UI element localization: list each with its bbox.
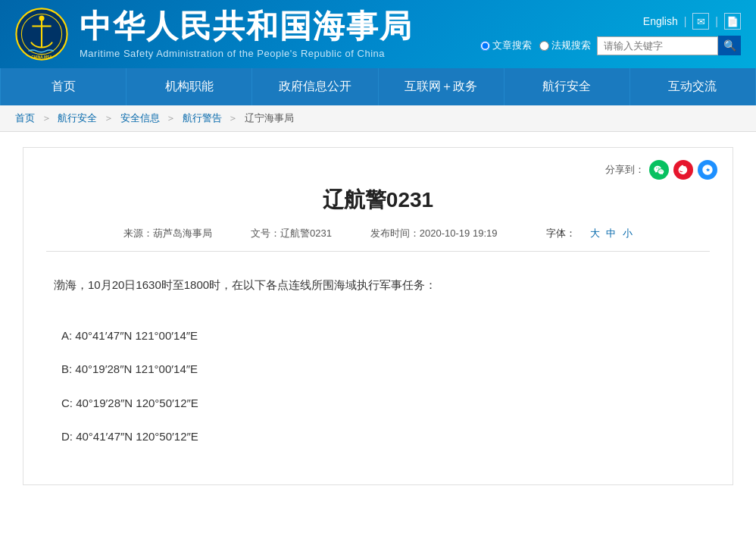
share-qzone[interactable] — [698, 160, 717, 180]
nav-interaction[interactable]: 互动交流 — [630, 68, 756, 105]
nav-gov-info[interactable]: 政府信息公开 — [252, 68, 378, 105]
article-intro: 渤海，10月20日1630时至1800时，在以下各点连线所围海域执行军事任务： — [46, 274, 710, 296]
title-english: Maritime Safety Administration of the Pe… — [80, 48, 413, 59]
share-area: 分享到： — [605, 160, 717, 180]
meta-separator-1 — [230, 227, 236, 239]
header-links: English | ✉ | 📄 — [643, 13, 741, 30]
breadcrumb: 首页 ＞ 航行安全 ＞ 安全信息 ＞ 航行警告 ＞ 辽宁海事局 — [0, 105, 756, 132]
nav-navigation-safety[interactable]: 航行安全 — [505, 68, 630, 105]
breadcrumb-home[interactable]: 首页 — [15, 112, 35, 124]
main-content: 分享到： 辽航警0231 来源：葫芦岛海事局 文号：辽航警0231 发布时间：2… — [0, 132, 756, 500]
coord-b: B: 40°19′28″N 121°00′14″E — [61, 353, 695, 387]
breadcrumb-nav-safety[interactable]: 航行安全 — [58, 112, 97, 124]
breadcrumb-sep-4: ＞ — [228, 112, 238, 124]
font-size-control: 字体： 大 中 小 — [539, 227, 633, 239]
doc-icon[interactable]: 📄 — [724, 13, 741, 30]
breadcrumb-current: 辽宁海事局 — [245, 112, 294, 124]
radio-law[interactable]: 法规搜索 — [539, 39, 591, 52]
nav-organization[interactable]: 机构职能 — [127, 68, 252, 105]
meta-separator-2 — [350, 227, 355, 239]
logo-area: CHINA MSA 中华人民共和国海事局 Maritime Safety Adm… — [15, 8, 413, 61]
breadcrumb-sep-2: ＞ — [104, 112, 114, 124]
intro-text: 渤海，10月20日1630时至1800时，在以下各点连线所围海域执行军事任务： — [54, 274, 702, 296]
breadcrumb-sep-3: ＞ — [166, 112, 176, 124]
svg-text:CHINA MSA: CHINA MSA — [31, 55, 52, 59]
article-meta: 来源：葫芦岛海事局 文号：辽航警0231 发布时间：2020-10-19 19:… — [46, 227, 710, 252]
radio-article[interactable]: 文章搜索 — [480, 39, 532, 52]
separator-1: | — [684, 15, 687, 27]
logo-emblem: CHINA MSA — [15, 8, 68, 61]
nav-internet-gov[interactable]: 互联网＋政务 — [379, 68, 505, 105]
breadcrumb-safety-info[interactable]: 安全信息 — [120, 112, 160, 124]
header-title: 中华人民共和国海事局 Maritime Safety Administratio… — [80, 9, 413, 58]
page-header: CHINA MSA 中华人民共和国海事局 Maritime Safety Adm… — [0, 0, 756, 68]
font-small[interactable]: 小 — [623, 227, 633, 239]
article-title: 辽航警0231 — [46, 186, 710, 215]
header-right: English | ✉ | 📄 文章搜索 法规搜索 🔍 — [480, 13, 741, 55]
font-medium[interactable]: 中 — [606, 227, 616, 239]
share-weibo[interactable] — [673, 160, 693, 180]
share-label: 分享到： — [605, 163, 645, 177]
meta-time: 发布时间：2020-10-19 19:19 — [370, 227, 498, 239]
breadcrumb-nav-warning[interactable]: 航行警告 — [183, 112, 222, 124]
search-input[interactable] — [597, 36, 718, 55]
meta-source: 来源：葫芦岛海事局 — [123, 227, 212, 239]
svg-point-4 — [39, 16, 45, 21]
search-area: 文章搜索 法规搜索 🔍 — [480, 36, 741, 55]
coords-list: A: 40°41′47″N 121°00′14″E B: 40°19′28″N … — [46, 319, 710, 454]
coord-a: A: 40°41′47″N 121°00′14″E — [61, 319, 695, 353]
article-body: 渤海，10月20日1630时至1800时，在以下各点连线所围海域执行军事任务： … — [46, 274, 710, 454]
font-large[interactable]: 大 — [590, 227, 600, 239]
nav-home[interactable]: 首页 — [0, 68, 127, 105]
title-chinese: 中华人民共和国海事局 — [80, 9, 413, 44]
content-card: 分享到： 辽航警0231 来源：葫芦岛海事局 文号：辽航警0231 发布时间：2… — [23, 147, 733, 485]
search-radio-group: 文章搜索 法规搜索 — [480, 39, 591, 52]
separator-2: | — [715, 15, 718, 27]
email-icon[interactable]: ✉ — [692, 13, 709, 30]
meta-separator-3 — [515, 227, 523, 239]
coord-c: C: 40°19′28″N 120°50′12″E — [61, 387, 695, 421]
coord-d: D: 40°41′47″N 120°50′12″E — [61, 420, 695, 454]
english-link[interactable]: English — [643, 15, 678, 27]
breadcrumb-sep-1: ＞ — [42, 112, 52, 124]
meta-doc: 文号：辽航警0231 — [251, 227, 332, 239]
search-button[interactable]: 🔍 — [718, 36, 741, 55]
share-wechat[interactable] — [649, 160, 669, 180]
search-box: 🔍 — [597, 36, 741, 55]
main-nav: 首页 机构职能 政府信息公开 互联网＋政务 航行安全 互动交流 — [0, 68, 756, 105]
